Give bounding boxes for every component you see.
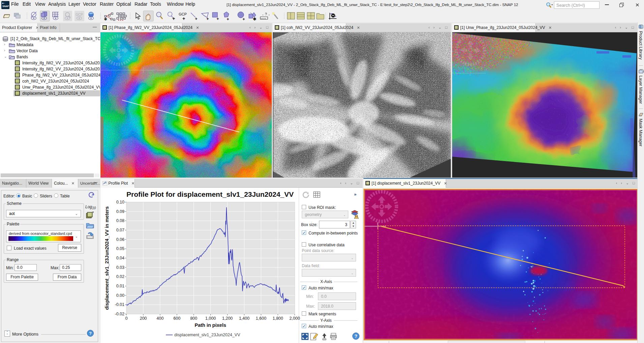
svg-text:GCP: GCP <box>76 13 83 17</box>
svg-text:0.06: 0.06 <box>116 237 124 242</box>
svg-text:0.10: 0.10 <box>116 200 124 205</box>
svg-text:0.02: 0.02 <box>116 274 124 279</box>
svg-text:200: 200 <box>140 316 147 321</box>
svg-text:+: + <box>242 17 245 22</box>
svg-text:1,400: 1,400 <box>239 316 250 321</box>
svg-text:400: 400 <box>156 316 164 321</box>
svg-text:+: + <box>227 17 229 22</box>
svg-text:✱: ✱ <box>104 17 107 22</box>
svg-text:1,200: 1,200 <box>222 316 233 321</box>
svg-text:0.05: 0.05 <box>116 246 124 251</box>
svg-text:+: + <box>172 16 175 21</box>
svg-text:-0.01: -0.01 <box>115 302 125 307</box>
svg-text:0.04: 0.04 <box>116 256 124 260</box>
svg-text:✱: ✱ <box>253 17 257 22</box>
svg-text:displacement_slv1_23Jun2024_VV: displacement_slv1_23Jun2024_VV <box>174 333 240 337</box>
svg-text:1,600: 1,600 <box>256 316 266 321</box>
svg-text:800: 800 <box>190 316 197 321</box>
svg-text:Path in pixels: Path in pixels <box>195 322 226 328</box>
svg-text:0: 0 <box>125 316 128 321</box>
svg-text:0.01: 0.01 <box>116 284 124 288</box>
svg-text:0.08: 0.08 <box>116 218 124 223</box>
svg-text:+: + <box>195 16 198 21</box>
svg-text:+: + <box>206 16 209 21</box>
svg-text:displacement_slv1_23Jun2024_VV: displacement_slv1_23Jun2024_VV in meters <box>104 206 110 310</box>
svg-text:0.07: 0.07 <box>116 228 124 232</box>
svg-text:0.03: 0.03 <box>116 265 124 270</box>
svg-text:1,800: 1,800 <box>272 316 283 321</box>
svg-text:0.09: 0.09 <box>116 209 124 214</box>
svg-text:Profile Plot for displacement_: Profile Plot for displacement_slv1_23Jun… <box>126 190 294 198</box>
svg-text:600: 600 <box>173 316 180 321</box>
svg-text:+: + <box>182 16 185 21</box>
svg-text:+: + <box>216 16 219 21</box>
svg-text:2,000: 2,000 <box>289 316 300 321</box>
svg-text:1,000: 1,000 <box>205 316 216 321</box>
svg-text:←?→: ←?→ <box>262 12 270 16</box>
svg-text:-0.02: -0.02 <box>115 312 125 316</box>
svg-text:0.00: 0.00 <box>116 293 124 298</box>
